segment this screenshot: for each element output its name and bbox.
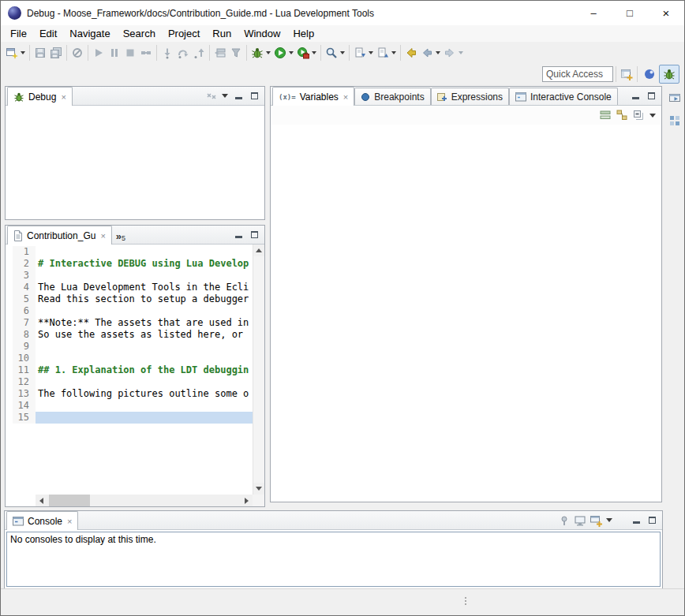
save-button[interactable] [32, 43, 48, 62]
menu-run[interactable]: Run [206, 26, 238, 41]
menu-window[interactable]: Window [238, 26, 286, 41]
tab-interactive-console[interactable]: Interactive Console [509, 88, 618, 105]
step-over-button[interactable] [175, 43, 191, 62]
next-annotation-button[interactable] [352, 43, 375, 62]
tab-expressions[interactable]: Expressions [431, 88, 509, 105]
remove-all-terminated-icon [205, 90, 218, 103]
search-button[interactable] [324, 43, 346, 62]
line-text[interactable]: The following pictures outline some o [36, 388, 253, 400]
skip-all-breakpoints-button[interactable] [69, 43, 85, 62]
scroll-left-button[interactable] [36, 495, 47, 506]
editor-minimize-button[interactable] [232, 229, 245, 241]
quick-access-input[interactable] [542, 66, 613, 82]
debug-view-content[interactable] [6, 106, 264, 219]
console-tab[interactable]: Console × [6, 511, 78, 530]
lua-perspective-button[interactable] [640, 65, 659, 84]
external-tools-button[interactable] [295, 43, 318, 62]
menu-navigate[interactable]: Navigate [63, 26, 116, 41]
variables-tab-close-icon[interactable]: × [343, 92, 348, 102]
editor-maximize-button[interactable] [248, 229, 261, 241]
tab-breakpoints[interactable]: Breakpoints [354, 88, 430, 105]
last-edit-location-button[interactable] [403, 43, 419, 62]
restore-minimized-view-button[interactable] [667, 90, 683, 106]
back-button[interactable] [419, 43, 442, 62]
menu-project[interactable]: Project [162, 26, 206, 41]
resume-button[interactable] [91, 43, 107, 62]
debug-view-menu-button[interactable] [220, 90, 230, 102]
variables-maximize-button[interactable] [645, 90, 658, 102]
line-text[interactable] [36, 400, 253, 412]
debug-view-maximize-button[interactable] [248, 90, 261, 102]
line-text[interactable]: ## 1. Explanation of the LDT debuggin [36, 364, 253, 376]
console-tab-close-icon[interactable]: × [67, 517, 72, 526]
editor-horizontal-scrollbar[interactable] [36, 495, 253, 506]
scroll-up-button[interactable] [253, 245, 265, 256]
debug-button[interactable] [249, 43, 272, 62]
menu-edit[interactable]: Edit [33, 26, 63, 41]
run-button[interactable] [272, 43, 295, 62]
line-text[interactable] [36, 376, 253, 388]
menu-search[interactable]: Search [117, 26, 162, 41]
menu-file[interactable]: File [4, 26, 33, 41]
minimize-window-button[interactable]: – [575, 1, 612, 25]
debug-perspective-button[interactable] [659, 65, 679, 84]
collapse-all-button[interactable] [631, 110, 645, 121]
line-text[interactable]: So use the assets as listed here, or [36, 329, 253, 341]
editor-lines[interactable]: 12# Interactive DEBUG using Lua Develop3… [6, 245, 253, 495]
step-into-button[interactable] [159, 43, 175, 62]
editor-vertical-scrollbar[interactable] [253, 245, 264, 495]
line-text[interactable] [36, 341, 253, 353]
terminate-button[interactable] [122, 43, 138, 62]
trim-drag-handle[interactable] [465, 595, 466, 607]
editor-tab[interactable]: Contribution_Gu × [7, 226, 112, 245]
console-minimize-button[interactable] [630, 514, 643, 526]
minimized-outline-view-button[interactable] [667, 113, 683, 129]
new-wizard-button[interactable] [4, 43, 27, 62]
editor-tab-close-icon[interactable]: × [100, 231, 105, 241]
app-icon [8, 6, 21, 20]
debug-tab-close-icon[interactable]: × [61, 92, 66, 102]
remove-all-terminated-button[interactable] [204, 90, 218, 102]
line-text[interactable] [36, 412, 253, 424]
save-all-button[interactable] [48, 43, 64, 62]
open-console-menu-button[interactable] [605, 514, 614, 526]
maximize-window-button[interactable]: □ [612, 1, 648, 25]
scroll-right-button[interactable] [241, 495, 253, 506]
drop-to-frame-button[interactable] [212, 43, 228, 62]
variables-minimize-button[interactable] [629, 90, 642, 102]
console-viewer[interactable]: No consoles to display at this time. [6, 532, 661, 587]
line-text[interactable] [36, 246, 253, 258]
debug-view-minimize-button[interactable] [232, 90, 245, 102]
use-step-filters-button[interactable] [228, 43, 244, 62]
disconnect-button[interactable] [138, 43, 154, 62]
save-icon [34, 47, 47, 59]
line-text[interactable]: # Interactive DEBUG using Lua Develop [36, 258, 253, 270]
line-text[interactable] [36, 353, 253, 364]
variables-content[interactable] [271, 125, 661, 502]
tab-variables[interactable]: (x)= Variables × [272, 87, 354, 106]
line-text[interactable]: **Note:** The assets that are used in [36, 317, 253, 329]
line-text[interactable] [36, 305, 253, 317]
pin-console-button[interactable] [557, 514, 571, 526]
open-console-button[interactable] [589, 514, 602, 526]
line-text[interactable]: The Lua Development Tools in the Ecli [36, 282, 253, 293]
close-window-button[interactable]: × [648, 1, 684, 25]
step-return-button[interactable] [191, 43, 207, 62]
line-text[interactable] [36, 270, 253, 282]
previous-annotation-button[interactable] [375, 43, 398, 62]
console-maximize-button[interactable] [646, 514, 659, 526]
line-text[interactable]: Read this section to setup a debugger [36, 293, 253, 305]
display-selected-console-button[interactable] [573, 514, 586, 526]
editor-tab-overflow[interactable]: »5 [112, 230, 129, 244]
show-type-names-button[interactable] [598, 110, 612, 121]
variables-view-menu-button[interactable] [648, 110, 657, 121]
open-perspective-button[interactable] [619, 65, 634, 84]
suspend-button[interactable] [107, 43, 122, 62]
show-logical-structures-button[interactable] [615, 110, 628, 121]
menu-help[interactable]: Help [286, 26, 320, 41]
scroll-down-button[interactable] [253, 483, 265, 495]
debug-tab[interactable]: Debug × [7, 87, 73, 106]
forward-button[interactable] [442, 43, 465, 62]
file-icon [13, 230, 23, 241]
scrollbar-thumb[interactable] [49, 495, 90, 506]
